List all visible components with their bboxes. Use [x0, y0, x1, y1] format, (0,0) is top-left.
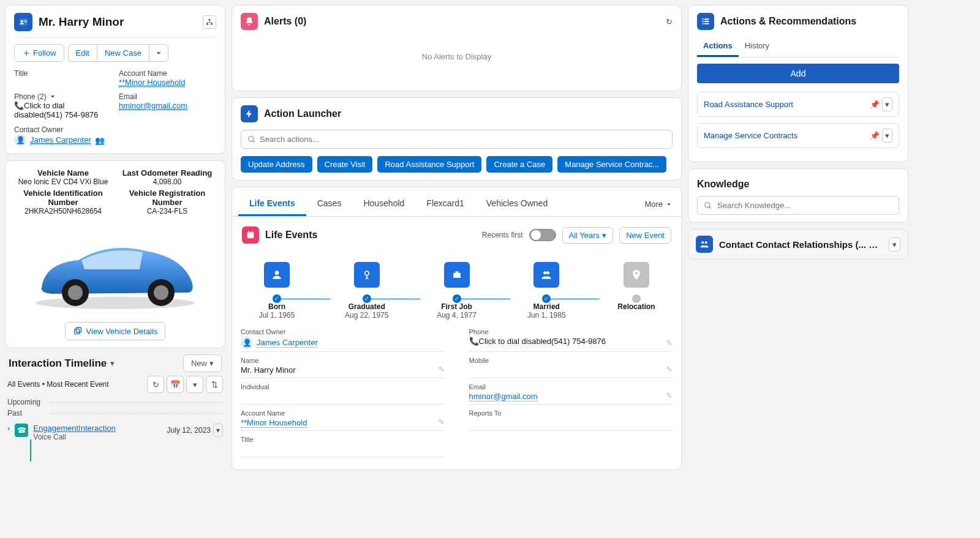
timeline-event-menu[interactable]: ▾	[213, 424, 223, 437]
owner-link[interactable]: James Carpenter	[30, 135, 91, 145]
detail-label: Reports To	[469, 409, 673, 417]
timeline-sort-button[interactable]: ⇅	[206, 376, 223, 393]
phone-text: Click to dial disabled(541) 754-9876	[14, 101, 98, 119]
alerts-card: Alerts (0) ↻ No Alerts to Display	[232, 5, 682, 91]
svg-point-14	[249, 136, 254, 141]
timeline-title-dropdown-icon[interactable]: ▾	[110, 359, 115, 368]
subtab-history[interactable]: History	[739, 36, 775, 57]
svg-rect-25	[703, 18, 704, 20]
owner-label: Contact Owner	[14, 125, 216, 134]
detail-account-link[interactable]: **Minor Household	[241, 418, 307, 428]
rec-item-menu[interactable]: ▾	[882, 97, 892, 111]
alerts-empty: No Alerts to Display	[241, 30, 673, 83]
follow-label: Follow	[33, 48, 56, 58]
rec-item-contracts[interactable]: Manage Service Contracts 📌 ▾	[697, 123, 899, 148]
life-event-graduated[interactable]: ✓ Graduated Aug 22, 1975	[327, 262, 407, 319]
timeline-new-button[interactable]: New ▾	[183, 354, 222, 372]
view-vehicle-button[interactable]: View Vehicle Details	[65, 322, 166, 340]
edit-pencil-icon[interactable]: ✎	[666, 365, 673, 374]
alerts-refresh-icon[interactable]: ↻	[666, 17, 673, 26]
life-event-married[interactable]: ✓ Married Jun 1, 1985	[507, 262, 586, 319]
pin-icon[interactable]: 📌	[870, 100, 880, 109]
timeline-title: Interaction Timeline	[9, 357, 107, 370]
svg-rect-17	[252, 231, 252, 233]
chip-update-address[interactable]: Update Address	[241, 156, 312, 173]
detail-label: Account Name	[241, 409, 445, 417]
timeline-refresh-button[interactable]: ↻	[147, 376, 164, 393]
life-event-born[interactable]: ✓ Born Jul 1, 1965	[237, 262, 317, 319]
detail-email-link[interactable]: hminor@gmail.com	[469, 392, 538, 402]
edit-pencil-icon[interactable]: ✎	[666, 391, 673, 400]
new-event-button[interactable]: New Event	[619, 227, 671, 244]
follow-button[interactable]: Follow	[14, 44, 64, 62]
knowledge-search[interactable]	[697, 196, 899, 215]
rec-item-road-assist[interactable]: Road Assistance Support 📌 ▾	[697, 92, 899, 117]
edit-pencil-icon[interactable]: ✎	[438, 365, 445, 374]
life-event-date: Jun 1, 1985	[527, 311, 566, 319]
action-launcher-card: Action Launcher Update Address Create Vi…	[232, 97, 682, 181]
tab-more[interactable]: More	[642, 193, 675, 215]
detail-owner-link[interactable]: James Carpenter	[257, 338, 318, 348]
account-label: Account Name	[119, 69, 216, 78]
detail-phone-value[interactable]: Click to dial disabled(541) 754-9876	[479, 337, 606, 346]
svg-rect-13	[76, 327, 81, 332]
life-event-firstjob[interactable]: ✓ First Job Aug 4, 1977	[417, 262, 497, 319]
action-search[interactable]	[241, 130, 673, 149]
all-years-dropdown[interactable]: All Years ▾	[562, 227, 614, 244]
knowledge-search-input[interactable]	[717, 201, 892, 210]
more-actions-button[interactable]	[149, 44, 168, 62]
timeline-event-title[interactable]: EngagementInteraction	[33, 424, 115, 433]
life-event-label: Born	[268, 302, 285, 311]
change-owner-icon[interactable]: 👥	[95, 136, 105, 145]
pin-icon[interactable]: 📌	[870, 131, 880, 140]
phone-value[interactable]: 📞Click to dial disabled(541) 754-9876	[14, 101, 111, 119]
related-menu[interactable]: ▾	[889, 237, 900, 252]
timeline-expand-icon[interactable]: ›	[7, 424, 10, 433]
chip-create-visit[interactable]: Create Visit	[317, 156, 373, 173]
tab-life-events[interactable]: Life Events	[238, 192, 306, 216]
svg-rect-3	[24, 21, 28, 22]
edit-pencil-icon[interactable]: ✎	[666, 338, 673, 348]
action-search-input[interactable]	[260, 135, 666, 144]
detail-label: Name	[241, 357, 445, 364]
rec-item-menu[interactable]: ▾	[882, 129, 892, 143]
subtab-actions[interactable]: Actions	[697, 36, 739, 57]
svg-point-11	[154, 285, 168, 300]
recents-first-toggle[interactable]	[529, 229, 556, 241]
tab-cases[interactable]: Cases	[306, 192, 353, 216]
chip-manage-contracts[interactable]: Manage Service Contrac...	[557, 156, 666, 173]
tab-flexcard[interactable]: Flexcard1	[415, 192, 475, 216]
rec-item-label: Manage Service Contracts	[704, 131, 797, 140]
life-event-label: Relocation	[617, 302, 655, 311]
edit-button[interactable]: Edit	[68, 44, 97, 62]
vehicle-name-label: Vehicle Name	[14, 168, 112, 177]
chip-create-case[interactable]: Create a Case	[486, 156, 552, 173]
svg-rect-2	[24, 20, 28, 21]
detail-reports-value	[469, 417, 673, 428]
reg-val: CA-234-FLS	[118, 207, 216, 215]
chip-road-assistance[interactable]: Road Assistance Support	[377, 156, 481, 173]
timeline-filter-button[interactable]: ▾	[186, 376, 203, 393]
edit-pencil-icon[interactable]: ✎	[438, 417, 445, 427]
hierarchy-button[interactable]	[203, 15, 216, 29]
tab-vehicles[interactable]: Vehicles Owned	[475, 192, 559, 216]
add-action-button[interactable]: Add	[697, 64, 899, 83]
related-count: (0)	[872, 239, 883, 250]
account-link[interactable]: **Minor Household	[119, 78, 185, 88]
svg-point-9	[68, 285, 83, 300]
tab-household[interactable]: Household	[352, 192, 415, 216]
vehicle-card: Vehicle Name Neo Ionic EV CD4 VXi Blue L…	[5, 160, 225, 348]
new-case-button[interactable]: New Case	[97, 44, 149, 62]
detail-label: Individual	[241, 383, 445, 390]
rec-item-label: Road Assistance Support	[704, 100, 793, 109]
vehicle-name-val: Neo Ionic EV CD4 VXi Blue	[14, 177, 112, 186]
phone-label[interactable]: Phone (2)	[14, 92, 111, 101]
life-events-title: Life Events	[265, 230, 317, 241]
life-event-relocation[interactable]: Relocation	[597, 262, 676, 311]
email-link[interactable]: hminor@gmail.com	[119, 101, 187, 111]
timeline-calendar-button[interactable]: 📅	[167, 376, 184, 393]
detail-label: Email	[469, 383, 673, 390]
related-list-card[interactable]: Contact Contact Relationships (... (0) ▾	[688, 229, 908, 260]
detail-title-value	[241, 443, 445, 454]
svg-point-23	[546, 271, 549, 274]
